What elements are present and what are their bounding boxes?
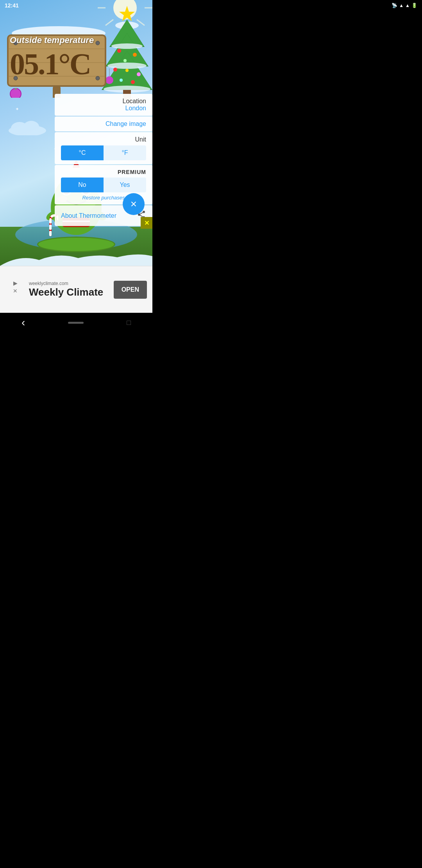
ad-text-area: weeklyclimate.com Weekly Climate [29, 281, 110, 298]
unit-title: Unit [61, 136, 146, 143]
svg-rect-47 [14, 88, 17, 90]
sparkle-3: ✦ [15, 106, 19, 112]
nav-bar: ‹ □ [0, 313, 152, 332]
ad-title: Weekly Climate [29, 286, 110, 298]
location-panel: Location London [55, 94, 152, 116]
unit-celsius-button[interactable]: °C [61, 145, 104, 160]
location-title: Location [61, 98, 146, 105]
premium-title: PREMIUM [61, 169, 146, 175]
wooden-sign: 05.1°C [0, 20, 117, 99]
svg-point-11 [23, 121, 39, 133]
svg-point-29 [125, 69, 129, 72]
svg-text:05.1°C: 05.1°C [10, 47, 90, 81]
app-container: ✦ ✦ ✦ ✦ ✦ ✦ [0, 0, 152, 266]
svg-point-31 [131, 80, 135, 84]
snow-ground [0, 250, 152, 266]
nav-recents-icon[interactable]: □ [127, 319, 131, 327]
svg-point-43 [96, 76, 100, 80]
ad-close-x-icon: ✕ [144, 219, 149, 227]
ad-close-x[interactable]: ✕ [141, 217, 152, 229]
close-fab-icon: × [131, 198, 137, 210]
svg-point-24 [117, 49, 121, 53]
svg-point-26 [123, 59, 127, 62]
svg-point-65 [143, 211, 145, 213]
premium-no-button[interactable]: No [61, 178, 104, 192]
location-value[interactable]: London [61, 105, 146, 112]
nav-home-bar[interactable] [68, 322, 84, 324]
svg-point-41 [96, 41, 100, 45]
premium-buttons: No Yes [61, 178, 146, 192]
svg-point-28 [137, 72, 141, 76]
premium-yes-button[interactable]: Yes [104, 178, 146, 192]
svg-point-25 [133, 53, 137, 57]
change-image-button[interactable]: Change image [106, 120, 146, 127]
nav-back-button[interactable]: ‹ [21, 316, 25, 329]
ad-x-icon[interactable]: ✕ [13, 288, 18, 294]
nav-back-icon: ‹ [21, 316, 25, 328]
ad-icon-area: ▶ ✕ [5, 280, 25, 299]
cloud [8, 120, 47, 135]
ad-banner: ▶ ✕ weeklyclimate.com Weekly Climate OPE… [0, 266, 152, 313]
ad-arrow-icon: ▶ [13, 280, 18, 286]
svg-line-68 [140, 215, 143, 217]
unit-fahrenheit-button[interactable]: °F [104, 145, 146, 160]
svg-point-30 [120, 79, 123, 82]
status-time: 12:41 [5, 2, 19, 9]
status-bar: 12:41 📡 ▲ ▲ 🔋 [0, 0, 152, 11]
ad-domain: weeklyclimate.com [29, 281, 110, 286]
about-thermometer-button[interactable]: About Thermometer [61, 212, 116, 219]
close-fab-button[interactable]: × [123, 193, 145, 215]
outside-temp-label: Outside temperature [10, 35, 94, 45]
ad-open-button[interactable]: OPEN [114, 281, 147, 299]
unit-buttons: °C °F [61, 145, 146, 160]
unit-panel: Unit °C °F [55, 132, 152, 164]
svg-line-69 [140, 213, 143, 214]
change-image-panel: Change image [55, 117, 152, 131]
